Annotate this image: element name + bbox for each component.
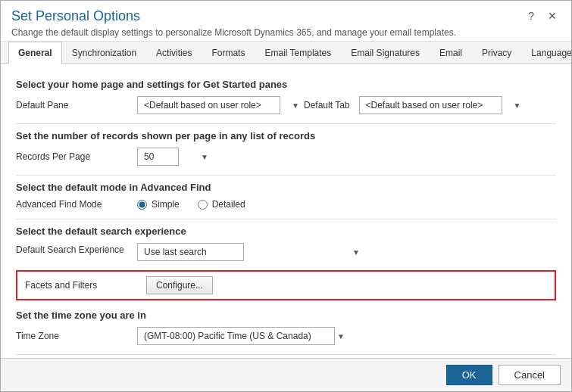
home-page-header: Select your home page and settings for G… xyxy=(16,79,556,90)
advanced-find-row: Advanced Find Mode Simple Detailed xyxy=(16,199,556,210)
time-zone-select[interactable]: (GMT-08:00) Pacific Time (US & Canada) (… xyxy=(137,327,335,345)
help-icon[interactable]: ? xyxy=(524,8,538,23)
time-zone-select-wrap[interactable]: (GMT-08:00) Pacific Time (US & Canada) (… xyxy=(137,327,349,345)
radio-simple[interactable]: Simple xyxy=(137,199,180,210)
advanced-find-header: Select the default mode in Advanced Find xyxy=(16,182,556,193)
facets-filters-row: Facets and Filters Configure... xyxy=(16,270,556,300)
dialog: Set Personal Options Change the default … xyxy=(0,0,572,392)
search-experience-select-wrap[interactable]: Use last search Relevance Search Categor… xyxy=(137,243,364,261)
radio-simple-label: Simple xyxy=(152,199,180,210)
search-experience-label: Default Search Experience xyxy=(16,243,137,255)
title-bar: Set Personal Options Change the default … xyxy=(1,1,571,42)
title-bar-right: ? ✕ xyxy=(524,8,561,23)
divider-3 xyxy=(16,219,556,219)
tabs-bar: General Synchronization Activities Forma… xyxy=(1,42,571,64)
dialog-subtitle: Change the default display settings to p… xyxy=(11,27,456,38)
footer: OK Cancel xyxy=(1,358,571,391)
tab-languages[interactable]: Languages xyxy=(521,42,572,64)
time-zone-label: Time Zone xyxy=(16,331,137,341)
default-pane-select[interactable]: <Default based on user role> xyxy=(137,96,280,114)
tab-email-signatures[interactable]: Email Signatures xyxy=(341,42,430,64)
radio-detailed[interactable]: Detailed xyxy=(198,199,245,210)
default-pane-label: Default Pane xyxy=(16,100,137,110)
tab-formats[interactable]: Formats xyxy=(202,42,255,64)
records-per-page-header: Set the number of records shown per page… xyxy=(16,130,556,142)
records-per-page-select[interactable]: 50 25 75 100 250 xyxy=(137,148,179,166)
default-tab-label: Default Tab xyxy=(304,100,350,110)
default-tab-row: Default Tab <Default based on user role> xyxy=(304,96,556,114)
radio-detailed-input[interactable] xyxy=(198,200,208,210)
records-per-page-row: Records Per Page 50 25 75 100 250 xyxy=(16,148,556,166)
facets-filters-label: Facets and Filters xyxy=(25,280,146,291)
radio-detailed-label: Detailed xyxy=(212,199,245,210)
divider-1 xyxy=(16,123,556,124)
configure-button[interactable]: Configure... xyxy=(146,276,213,294)
title-bar-left: Set Personal Options Change the default … xyxy=(11,8,456,38)
default-pane-select-wrap[interactable]: <Default based on user role> xyxy=(137,96,304,114)
records-per-page-select-wrap[interactable]: 50 25 75 100 250 xyxy=(137,148,213,166)
default-tab-select-wrap[interactable]: <Default based on user role> xyxy=(359,96,526,114)
tab-email[interactable]: Email xyxy=(430,42,472,64)
tab-general[interactable]: General xyxy=(8,42,62,64)
advanced-find-mode-label: Advanced Find Mode xyxy=(16,199,137,210)
time-zone-header: Set the time zone you are in xyxy=(16,310,556,321)
dialog-title: Set Personal Options xyxy=(11,8,456,24)
ok-button[interactable]: OK xyxy=(446,365,492,385)
default-tab-select[interactable]: <Default based on user role> xyxy=(359,96,502,114)
tab-privacy[interactable]: Privacy xyxy=(472,42,521,64)
search-experience-header: Select the default search experience xyxy=(16,226,556,237)
default-pane-row: Default Pane <Default based on user role… xyxy=(16,96,556,114)
advanced-find-radio-group: Simple Detailed xyxy=(137,199,245,210)
tab-email-templates[interactable]: Email Templates xyxy=(255,42,341,64)
divider-4 xyxy=(16,354,556,355)
search-experience-select[interactable]: Use last search Relevance Search Categor… xyxy=(137,243,244,261)
search-experience-row: Default Search Experience Use last searc… xyxy=(16,243,556,261)
tab-synchronization[interactable]: Synchronization xyxy=(62,42,146,64)
tab-activities[interactable]: Activities xyxy=(146,42,202,64)
cancel-button[interactable]: Cancel xyxy=(499,365,561,385)
time-zone-row: Time Zone (GMT-08:00) Pacific Time (US &… xyxy=(16,327,556,345)
close-icon[interactable]: ✕ xyxy=(544,8,561,23)
records-per-page-label: Records Per Page xyxy=(16,151,137,162)
content-area: Select your home page and settings for G… xyxy=(1,64,571,358)
radio-simple-input[interactable] xyxy=(137,200,147,210)
divider-2 xyxy=(16,175,556,176)
